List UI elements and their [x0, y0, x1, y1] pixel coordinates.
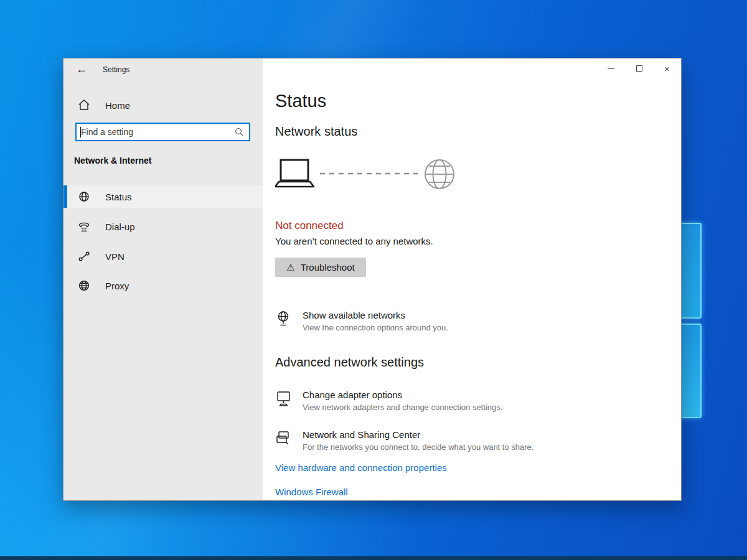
- sidebar-item-label: Proxy: [105, 281, 129, 291]
- network-status-heading: Network status: [275, 124, 357, 139]
- row-title: Network and Sharing Center: [303, 429, 533, 440]
- troubleshoot-button[interactable]: ⚠ Troubleshoot: [275, 258, 366, 277]
- settings-window: ← Settings Home Network & Internet Statu…: [63, 58, 682, 501]
- row-title: Change adapter options: [303, 390, 502, 400]
- maximize-button[interactable]: [625, 58, 653, 78]
- sidebar: ← Settings Home Network & Internet Statu…: [63, 58, 263, 500]
- minimize-icon: [608, 68, 614, 69]
- row-title: Show available networks: [303, 310, 448, 320]
- change-adapter-options[interactable]: Change adapter options View network adap…: [275, 390, 502, 412]
- home-icon: [77, 98, 92, 113]
- row-subtitle: View network adapters and change connect…: [303, 403, 502, 412]
- selected-accent-bar: [63, 185, 67, 208]
- show-available-networks[interactable]: Show available networks View the connect…: [275, 310, 448, 332]
- globe-icon: [77, 278, 92, 293]
- vpn-link-icon: [77, 249, 92, 264]
- network-sharing-center[interactable]: Network and Sharing Center For the netwo…: [275, 429, 533, 452]
- sidebar-item-label: Home: [105, 100, 130, 111]
- search-icon[interactable]: [234, 127, 244, 137]
- sidebar-item-proxy[interactable]: Proxy: [63, 274, 263, 297]
- row-subtitle: View the connection options around you.: [303, 323, 448, 332]
- warning-icon: ⚠: [286, 262, 294, 273]
- status-detail: You aren’t connected to any networks.: [275, 236, 433, 246]
- link-windows-firewall[interactable]: Windows Firewall: [275, 487, 348, 497]
- text-cursor: [80, 127, 81, 138]
- sidebar-group-header: Network & Internet: [74, 156, 151, 166]
- sidebar-item-label: VPN: [105, 251, 125, 262]
- row-subtitle: For the networks you connect to, decide …: [303, 442, 533, 452]
- sidebar-item-dialup[interactable]: Dial-up: [63, 215, 263, 238]
- search-box[interactable]: [75, 123, 250, 141]
- maximize-icon: [636, 65, 642, 72]
- globe-stand-icon: [275, 310, 292, 329]
- back-button[interactable]: ←: [72, 61, 91, 77]
- minimize-button[interactable]: [597, 58, 625, 78]
- window-controls: ×: [597, 58, 681, 78]
- advanced-settings-heading: Advanced network settings: [275, 355, 424, 370]
- search-input[interactable]: [77, 127, 234, 137]
- sidebar-item-status[interactable]: Status: [63, 185, 263, 208]
- troubleshoot-label: Troubleshoot: [301, 262, 355, 273]
- window-title: Settings: [103, 65, 129, 74]
- sidebar-item-home[interactable]: Home: [63, 94, 263, 116]
- desktop: { "colors": { "accent": "#0078d7", "erro…: [0, 0, 747, 560]
- page-title: Status: [275, 91, 326, 111]
- content-pane: × Status Network status Not connected Yo…: [263, 58, 681, 500]
- status-text: Not connected: [275, 220, 344, 232]
- sidebar-item-vpn[interactable]: VPN: [63, 245, 263, 268]
- sidebar-item-label: Dial-up: [105, 222, 135, 232]
- link-hardware-properties[interactable]: View hardware and connection properties: [275, 462, 447, 473]
- phone-icon: [77, 219, 92, 234]
- screen-bottom-edge: [0, 556, 747, 560]
- laptop-globe-illustration: [275, 158, 457, 195]
- sidebar-item-label: Status: [105, 192, 132, 202]
- monitor-icon: [275, 390, 292, 408]
- close-button[interactable]: ×: [653, 58, 681, 78]
- globe-network-icon: [77, 189, 92, 204]
- sharing-icon: [275, 429, 292, 448]
